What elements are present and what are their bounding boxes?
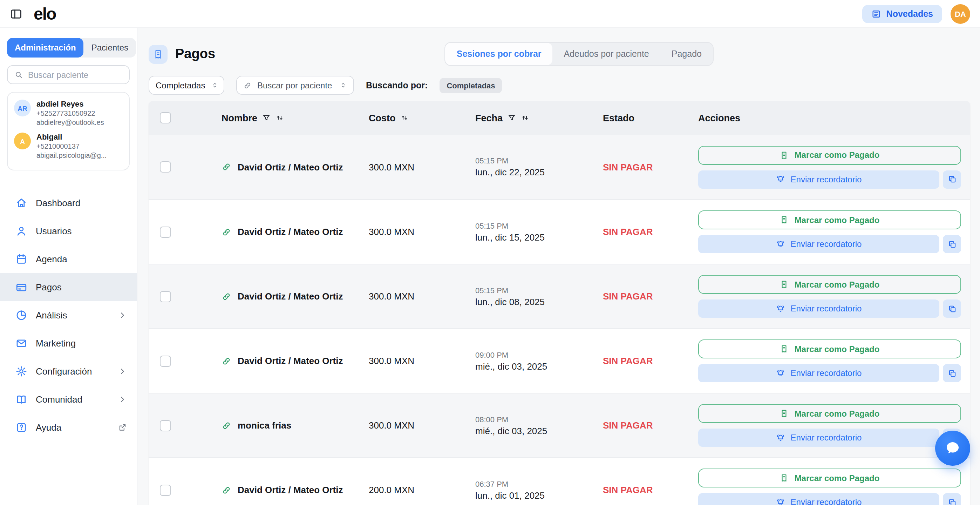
mark-paid-button[interactable]: Marcar como Pagado bbox=[698, 468, 961, 487]
status-filter-select[interactable]: Completadas bbox=[149, 76, 224, 95]
row-checkbox[interactable] bbox=[160, 291, 171, 302]
name-cell: monica frias bbox=[221, 420, 369, 431]
nav-label: Configuración bbox=[36, 366, 92, 376]
payment-status: SIN PAGAR bbox=[603, 485, 698, 495]
select-all-checkbox[interactable] bbox=[160, 112, 171, 123]
sidebar-item-dashboard[interactable]: Dashboard bbox=[0, 189, 137, 217]
row-checkbox[interactable] bbox=[160, 161, 171, 172]
row-checkbox-cell bbox=[149, 484, 221, 495]
row-checkbox[interactable] bbox=[160, 226, 171, 237]
session-date: lun., dic 22, 2025 bbox=[475, 167, 603, 177]
secondary-actions: Enviar recordatorio bbox=[698, 493, 961, 505]
send-reminder-button[interactable]: Enviar recordatorio bbox=[698, 299, 939, 318]
sidebar-item-configuracion[interactable]: Configuración bbox=[0, 357, 137, 385]
tab-sesiones-por-cobrar[interactable]: Sesiones por cobrar bbox=[445, 43, 553, 65]
send-reminder-button[interactable]: Enviar recordatorio bbox=[698, 235, 939, 253]
session-patient-name: David Ortiz / Mateo Ortiz bbox=[238, 291, 343, 302]
date-cell: 05:15 PM lun., dic 08, 2025 bbox=[475, 286, 603, 307]
copy-button[interactable] bbox=[943, 235, 961, 253]
mark-paid-button[interactable]: Marcar como Pagado bbox=[698, 275, 961, 294]
search-input[interactable] bbox=[28, 70, 123, 80]
copy-icon bbox=[947, 239, 956, 249]
header-nombre: Nombre bbox=[221, 113, 369, 123]
send-reminder-label: Enviar recordatorio bbox=[791, 497, 862, 505]
send-reminder-button[interactable]: Enviar recordatorio bbox=[698, 429, 939, 447]
patient-item[interactable]: A Abigail +5210000137 abigail.psicologia… bbox=[14, 132, 123, 159]
copy-button[interactable] bbox=[943, 170, 961, 188]
copy-icon bbox=[947, 369, 956, 378]
page-header: Pagos Sesiones por cobrar Adeudos por pa… bbox=[149, 42, 970, 66]
sort-icon[interactable] bbox=[275, 114, 284, 122]
row-checkbox-cell bbox=[149, 226, 221, 237]
session-link-icon[interactable] bbox=[221, 162, 231, 172]
session-date: lun., dic 01, 2025 bbox=[475, 490, 603, 500]
date-cell: 08:00 PM mié., dic 03, 2025 bbox=[475, 415, 603, 436]
session-patient-name: monica frias bbox=[238, 420, 291, 431]
send-reminder-label: Enviar recordatorio bbox=[791, 304, 862, 314]
session-link-icon[interactable] bbox=[221, 421, 231, 430]
mark-paid-button[interactable]: Marcar como Pagado bbox=[698, 339, 961, 358]
mark-paid-button[interactable]: Marcar como Pagado bbox=[698, 404, 961, 423]
chat-launcher-button[interactable] bbox=[935, 431, 970, 466]
patient-phone: +5210000137 bbox=[37, 142, 107, 150]
sidebar-toggle-button[interactable] bbox=[10, 7, 22, 20]
filter-funnel-icon[interactable] bbox=[262, 114, 270, 122]
session-link-icon[interactable] bbox=[221, 356, 231, 366]
mark-paid-button[interactable]: Marcar como Pagado bbox=[698, 145, 961, 164]
sidebar-item-pagos[interactable]: Pagos bbox=[0, 273, 137, 301]
session-link-icon[interactable] bbox=[221, 227, 231, 237]
actions-cell: Marcar como Pagado Enviar recordat bbox=[698, 468, 970, 505]
tab-pacientes[interactable]: Pacientes bbox=[84, 38, 136, 57]
nav-label: Comunidad bbox=[36, 394, 83, 405]
header-label: Acciones bbox=[698, 113, 740, 123]
tab-pagado[interactable]: Pagado bbox=[660, 43, 713, 65]
patient-search[interactable] bbox=[7, 65, 130, 84]
sidebar-item-ayuda[interactable]: Ayuda bbox=[0, 413, 137, 441]
filter-funnel-icon[interactable] bbox=[508, 114, 516, 122]
session-time: 06:37 PM bbox=[475, 480, 603, 488]
sidebar-item-usuarios[interactable]: Usuarios bbox=[0, 217, 137, 245]
status-filter-value: Completadas bbox=[156, 80, 205, 90]
copy-button[interactable] bbox=[943, 299, 961, 318]
payment-row: David Ortiz / Mateo Ortiz 200.0 MXN 06:3… bbox=[149, 457, 970, 505]
user-avatar[interactable]: DA bbox=[951, 4, 970, 24]
copy-icon bbox=[947, 175, 956, 184]
sidebar-item-marketing[interactable]: Marketing bbox=[0, 329, 137, 357]
copy-button[interactable] bbox=[943, 364, 961, 382]
header-acciones: Acciones bbox=[698, 113, 970, 123]
patient-filter-select[interactable]: Buscar por paciente bbox=[236, 76, 354, 95]
date-cell: 05:15 PM lun., dic 22, 2025 bbox=[475, 156, 603, 177]
row-checkbox-cell bbox=[149, 161, 221, 172]
session-link-icon[interactable] bbox=[221, 292, 231, 301]
novedades-button[interactable]: Novedades bbox=[862, 5, 942, 23]
page-title: Pagos bbox=[175, 46, 215, 62]
receipt-icon bbox=[153, 49, 163, 59]
pie-chart-icon bbox=[16, 309, 27, 321]
sidebar-item-analisis[interactable]: Análisis bbox=[0, 301, 137, 329]
row-checkbox[interactable] bbox=[160, 484, 171, 495]
row-checkbox[interactable] bbox=[160, 420, 171, 431]
row-checkbox[interactable] bbox=[160, 355, 171, 366]
date-cell: 06:37 PM lun., dic 01, 2025 bbox=[475, 480, 603, 500]
nav-label: Dashboard bbox=[36, 198, 80, 208]
send-reminder-button[interactable]: Enviar recordatorio bbox=[698, 170, 939, 188]
send-reminder-button[interactable]: Enviar recordatorio bbox=[698, 364, 939, 382]
session-cost: 300.0 MXN bbox=[369, 291, 475, 302]
sidebar: Administración Pacientes AR abdiel Reyes… bbox=[0, 28, 137, 505]
mark-paid-label: Marcar como Pagado bbox=[795, 150, 880, 160]
sort-icon[interactable] bbox=[401, 114, 409, 122]
nav-label: Usuarios bbox=[36, 226, 72, 236]
patient-item[interactable]: AR abdiel Reyes +52527731050922 abdielre… bbox=[14, 100, 123, 126]
sidebar-item-comunidad[interactable]: Comunidad bbox=[0, 385, 137, 413]
copy-button[interactable] bbox=[943, 493, 961, 505]
tab-administracion[interactable]: Administración bbox=[7, 38, 84, 57]
sort-icon[interactable] bbox=[521, 114, 529, 122]
tab-adeudos-por-paciente[interactable]: Adeudos por paciente bbox=[553, 43, 660, 65]
page-title-icon-box bbox=[149, 45, 167, 64]
updown-chevrons-icon bbox=[339, 81, 347, 89]
bell-ring-icon bbox=[776, 239, 785, 249]
mark-paid-button[interactable]: Marcar como Pagado bbox=[698, 210, 961, 229]
session-link-icon[interactable] bbox=[221, 485, 231, 495]
sidebar-item-agenda[interactable]: Agenda bbox=[0, 245, 137, 273]
send-reminder-button[interactable]: Enviar recordatorio bbox=[698, 493, 939, 505]
